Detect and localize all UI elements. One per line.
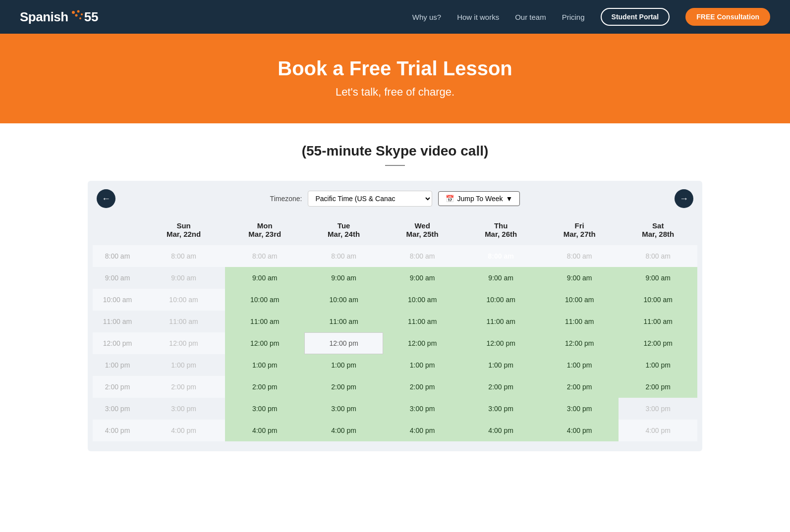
day-date: Mar, 22nd [167, 230, 201, 238]
slot-1-4[interactable]: 9:00 am [461, 267, 540, 289]
slot-2-2[interactable]: 10:00 am [304, 289, 383, 311]
slot-3-2[interactable]: 11:00 am [304, 311, 383, 332]
slot-4-3[interactable]: 12:00 pm [383, 332, 462, 354]
slot-0-2: 8:00 am [304, 245, 383, 267]
jump-to-week-button[interactable]: 📅 Jump To Week ▼ [438, 191, 520, 206]
svg-point-3 [75, 14, 77, 17]
slot-1-3[interactable]: 9:00 am [383, 267, 462, 289]
time-label: 2:00 pm [93, 376, 142, 398]
slot-1-2[interactable]: 9:00 am [304, 267, 383, 289]
student-portal-button[interactable]: Student Portal [601, 8, 670, 26]
slot-7-4[interactable]: 3:00 pm [461, 398, 540, 420]
slot-3-6[interactable]: 11:00 am [619, 311, 697, 332]
slot-7-2[interactable]: 3:00 pm [304, 398, 383, 420]
day-date: Mar, 27th [564, 230, 596, 238]
nav-pricing[interactable]: Pricing [562, 13, 585, 21]
slot-7-1[interactable]: 3:00 pm [225, 398, 304, 420]
slot-3-4[interactable]: 11:00 am [461, 311, 540, 332]
slot-5-5[interactable]: 1:00 pm [540, 354, 619, 376]
slot-0-6: 8:00 am [619, 245, 697, 267]
slot-7-3[interactable]: 3:00 pm [383, 398, 462, 420]
timezone-select[interactable]: Pacific Time (US & Canac Eastern Time (U… [308, 191, 432, 207]
prev-week-button[interactable]: ← [97, 189, 115, 208]
slot-2-3[interactable]: 10:00 am [383, 289, 462, 311]
jump-week-label: Jump To Week [457, 195, 503, 203]
slot-2-0: 10:00 am [142, 289, 225, 311]
slot-6-2[interactable]: 2:00 pm [304, 376, 383, 398]
calendar-scroll[interactable]: SunMar, 22ndMonMar, 23rdTueMar, 24thWedM… [93, 216, 697, 441]
time-label: 11:00 am [93, 311, 142, 332]
slot-3-5[interactable]: 11:00 am [540, 311, 619, 332]
slot-3-0: 11:00 am [142, 311, 225, 332]
table-row: 2:00 pm2:00 pm2:00 pm2:00 pm2:00 pm2:00 … [93, 376, 697, 398]
slot-2-6[interactable]: 10:00 am [619, 289, 697, 311]
slot-6-6[interactable]: 2:00 pm [619, 376, 697, 398]
nav-links: Why us? How it works Our team Pricing St… [412, 8, 770, 26]
hero-banner: Book a Free Trial Lesson Let's talk, fre… [0, 34, 790, 123]
day-date: Mar, 26th [485, 230, 517, 238]
nav-why-us[interactable]: Why us? [412, 13, 441, 21]
slot-3-1[interactable]: 11:00 am [225, 311, 304, 332]
header-day-0: SunMar, 22nd [142, 216, 225, 245]
time-label: 10:00 am [93, 289, 142, 311]
next-week-button[interactable]: → [675, 189, 693, 208]
slot-2-1[interactable]: 10:00 am [225, 289, 304, 311]
slot-7-5[interactable]: 3:00 pm [540, 398, 619, 420]
slot-5-6[interactable]: 1:00 pm [619, 354, 697, 376]
header-day-6: SatMar, 28th [619, 216, 697, 245]
day-name: Sun [176, 221, 190, 230]
slot-8-5[interactable]: 4:00 pm [540, 420, 619, 441]
slot-5-2[interactable]: 1:00 pm [304, 354, 383, 376]
day-date: Mar, 25th [406, 230, 439, 238]
slot-4-4[interactable]: 12:00 pm [461, 332, 540, 354]
day-name: Thu [494, 221, 508, 230]
time-label: 3:00 pm [93, 398, 142, 420]
slot-8-3[interactable]: 4:00 pm [383, 420, 462, 441]
slot-1-6[interactable]: 9:00 am [619, 267, 697, 289]
slot-6-5[interactable]: 2:00 pm [540, 376, 619, 398]
hero-subtitle: Let's talk, free of charge. [10, 86, 780, 99]
slot-2-4[interactable]: 10:00 am [461, 289, 540, 311]
slot-8-2[interactable]: 4:00 pm [304, 420, 383, 441]
header-day-5: FriMar, 27th [540, 216, 619, 245]
section-title: (55-minute Skype video call) [88, 143, 702, 159]
section-divider [385, 165, 405, 166]
table-row: 3:00 pm3:00 pm3:00 pm3:00 pm3:00 pm3:00 … [93, 398, 697, 420]
slot-8-4[interactable]: 4:00 pm [461, 420, 540, 441]
slot-5-4[interactable]: 1:00 pm [461, 354, 540, 376]
slot-0-4[interactable]: 8:00 am [461, 245, 540, 267]
slot-6-4[interactable]: 2:00 pm [461, 376, 540, 398]
slot-5-1[interactable]: 1:00 pm [225, 354, 304, 376]
slot-1-1[interactable]: 9:00 am [225, 267, 304, 289]
time-label: 8:00 am [93, 245, 142, 267]
table-row: 1:00 pm1:00 pm1:00 pm1:00 pm1:00 pm1:00 … [93, 354, 697, 376]
slot-5-3[interactable]: 1:00 pm [383, 354, 462, 376]
slot-1-5[interactable]: 9:00 am [540, 267, 619, 289]
slot-4-6[interactable]: 12:00 pm [619, 332, 697, 354]
slot-8-6: 4:00 pm [619, 420, 697, 441]
timezone-label: Timezone: [270, 195, 302, 203]
day-name: Sat [652, 221, 664, 230]
slot-8-1[interactable]: 4:00 pm [225, 420, 304, 441]
svg-point-1 [77, 10, 79, 13]
slot-6-3[interactable]: 2:00 pm [383, 376, 462, 398]
slot-4-1[interactable]: 12:00 pm [225, 332, 304, 354]
table-row: 10:00 am10:00 am10:00 am10:00 am10:00 am… [93, 289, 697, 311]
main-content: (55-minute Skype video call) ← Timezone:… [78, 123, 712, 461]
day-date: Mar, 28th [642, 230, 674, 238]
slot-7-0: 3:00 pm [142, 398, 225, 420]
free-consultation-button[interactable]: FREE Consultation [685, 8, 770, 26]
slot-4-5[interactable]: 12:00 pm [540, 332, 619, 354]
nav-how-it-works[interactable]: How it works [457, 13, 499, 21]
time-label: 12:00 pm [93, 332, 142, 354]
slot-2-5[interactable]: 10:00 am [540, 289, 619, 311]
calendar-icon: 📅 [446, 195, 454, 203]
slot-3-3[interactable]: 11:00 am [383, 311, 462, 332]
header-day-2: TueMar, 24th [304, 216, 383, 245]
slot-6-0: 2:00 pm [142, 376, 225, 398]
slot-6-1[interactable]: 2:00 pm [225, 376, 304, 398]
nav-our-team[interactable]: Our team [515, 13, 546, 21]
slot-4-2[interactable]: 12:00 pm [304, 332, 383, 354]
logo-dots-icon [69, 8, 84, 23]
logo-text: Spanish [20, 9, 68, 25]
